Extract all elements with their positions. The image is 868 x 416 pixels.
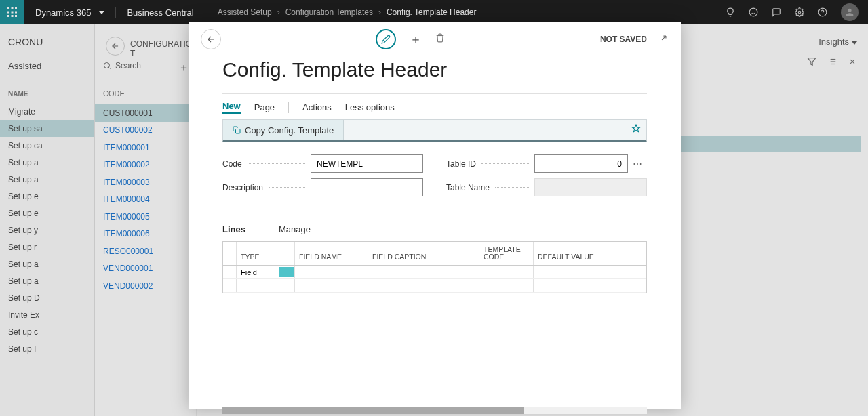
description-label: Description: [222, 183, 263, 192]
defaultvalue-column-header[interactable]: DEFAULT VALUE: [534, 242, 646, 265]
delete-button[interactable]: [435, 33, 445, 45]
cell-editor[interactable]: [279, 267, 294, 277]
edit-button[interactable]: [376, 29, 396, 49]
tableid-lookup-button[interactable]: ⋯: [628, 159, 647, 169]
scrollbar-thumb[interactable]: [222, 407, 524, 414]
save-status: NOT SAVED: [600, 35, 647, 44]
card-title: Config. Template Header: [222, 57, 647, 93]
type-column-header[interactable]: TYPE: [237, 242, 295, 265]
card-tabs: New Page Actions Less options: [222, 94, 647, 119]
back-button[interactable]: [201, 29, 221, 49]
templatecode-column-header[interactable]: TEMPLATE CODE: [479, 242, 534, 265]
card-toolbar: ＋ NOT SAVED: [189, 22, 681, 57]
tab-actions[interactable]: Actions: [302, 102, 332, 112]
template-header-card: ＋ NOT SAVED Config. Template Header New …: [189, 22, 681, 409]
row-selector-header[interactable]: [223, 242, 237, 265]
tableid-label: Table ID: [446, 159, 476, 169]
copy-config-template-button[interactable]: Copy Config. Template: [223, 120, 344, 140]
fieldname-column-header[interactable]: FIELD NAME: [295, 242, 368, 265]
grid-row[interactable]: [223, 279, 646, 293]
code-input[interactable]: [311, 154, 423, 173]
lines-grid: TYPE FIELD NAME FIELD CAPTION TEMPLATE C…: [222, 241, 647, 293]
fieldcaption-column-header[interactable]: FIELD CAPTION: [368, 242, 479, 265]
action-bar: Copy Config. Template: [222, 119, 647, 142]
expand-button[interactable]: [659, 33, 669, 45]
copy-icon: [233, 126, 241, 134]
description-input[interactable]: [311, 178, 423, 196]
tab-new[interactable]: New: [222, 101, 241, 114]
new-button[interactable]: ＋: [410, 31, 422, 47]
tableid-input[interactable]: [534, 154, 628, 173]
horizontal-scrollbar[interactable]: [222, 407, 647, 414]
pin-icon[interactable]: [631, 124, 641, 136]
tablename-field-row: Table Name: [446, 178, 647, 196]
manage-menu[interactable]: Manage: [279, 224, 311, 234]
svg-rect-20: [236, 129, 241, 134]
grid-row[interactable]: Field: [223, 266, 646, 279]
tab-less-options[interactable]: Less options: [345, 102, 395, 112]
code-label: Code: [222, 159, 242, 169]
tableid-field-row: Table ID ⋯: [446, 154, 647, 173]
tablename-input: [534, 178, 647, 196]
code-field-row: Code: [222, 154, 423, 173]
tab-page[interactable]: Page: [254, 102, 275, 112]
lines-tab[interactable]: Lines: [222, 224, 245, 234]
tablename-label: Table Name: [446, 183, 490, 192]
description-field-row: Description: [222, 178, 423, 196]
